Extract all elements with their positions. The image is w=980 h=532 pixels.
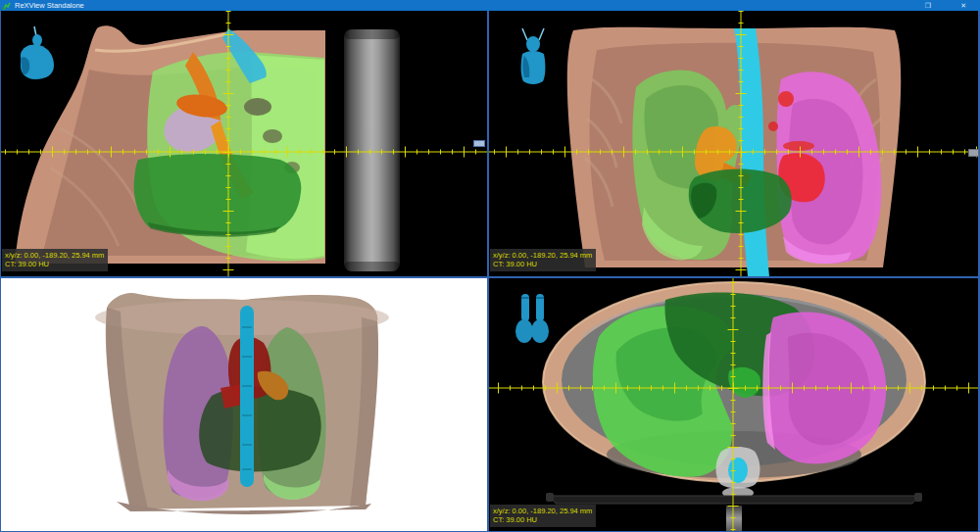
splitter-vertical[interactable] bbox=[487, 11, 489, 532]
viewport-axial[interactable]: x/y/z: 0.00, -189.20, 25.94 mm CT: 39.00… bbox=[489, 278, 978, 531]
restore-button[interactable]: ❐ bbox=[925, 0, 931, 11]
close-button[interactable]: ✕ bbox=[960, 0, 966, 11]
viewport-coronal[interactable]: x/y/z: 0.00, -189.20, 25.94 mm CT: 39.00… bbox=[489, 11, 978, 276]
orientation-marker-coronal-icon bbox=[511, 26, 556, 85]
window-border-left bbox=[0, 11, 1, 532]
axial-ct-rendering bbox=[489, 278, 978, 531]
coronal-ct-rendering bbox=[489, 11, 978, 276]
coordinate-readout: x/y/z: 0.00, -189.20, 25.94 mm CT: 39.00… bbox=[2, 249, 108, 271]
readout-ct: CT: 39.00 HU bbox=[5, 260, 104, 268]
readout-ct: CT: 39.00 HU bbox=[493, 515, 592, 524]
viewport-sagittal[interactable]: x/y/z: 0.00, -189.20, 25.94 mm CT: 39.00… bbox=[1, 11, 487, 276]
title-bar[interactable]: ReXView Standalone ❐ ✕ bbox=[0, 0, 980, 11]
app-icon bbox=[3, 2, 11, 10]
coordinate-readout: x/y/z: 0.00, -189.20, 25.94 mm CT: 39.00… bbox=[490, 249, 596, 271]
readout-ct: CT: 39.00 HU bbox=[493, 260, 592, 268]
orientation-marker-axial-icon bbox=[513, 292, 554, 349]
readout-xyz: x/y/z: 0.00, -189.20, 25.94 mm bbox=[493, 507, 592, 515]
readout-xyz: x/y/z: 0.00, -189.20, 25.94 mm bbox=[493, 251, 592, 260]
coordinate-readout: x/y/z: 0.00, -189.20, 25.94 mm CT: 39.00… bbox=[490, 505, 596, 527]
slice-scroll-handle-left[interactable] bbox=[473, 140, 485, 147]
window-title: ReXView Standalone bbox=[15, 0, 84, 11]
orientation-marker-sagittal-icon bbox=[11, 23, 56, 79]
splitter-horizontal[interactable] bbox=[0, 276, 980, 278]
volume-rendering bbox=[1, 278, 487, 531]
slice-scroll-handle-right[interactable] bbox=[968, 149, 979, 157]
application-window: ReXView Standalone ❐ ✕ bbox=[0, 0, 980, 532]
viewport-grid: x/y/z: 0.00, -189.20, 25.94 mm CT: 39.00… bbox=[0, 11, 980, 532]
viewport-3d-volume[interactable] bbox=[1, 278, 487, 531]
readout-xyz: x/y/z: 0.00, -189.20, 25.94 mm bbox=[5, 251, 104, 260]
sagittal-ct-rendering bbox=[1, 11, 487, 276]
